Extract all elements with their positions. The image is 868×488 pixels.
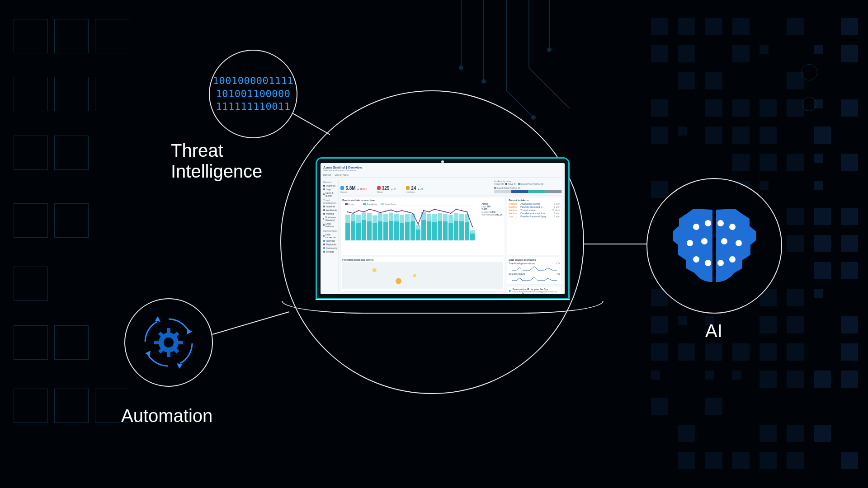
svg-rect-49 (378, 221, 382, 240)
laptop-base (282, 301, 604, 314)
svg-rect-55 (394, 221, 399, 240)
svg-rect-84 (470, 230, 475, 234)
kpi-events: 5.8M ▲ 589.9K Events (340, 186, 367, 193)
svg-rect-113 (381, 203, 384, 205)
sidebar-item[interactable]: Analytics (323, 239, 337, 242)
svg-rect-66 (421, 212, 426, 220)
incidents-icon (406, 186, 410, 190)
kpi-alerts: 325 ▲ 54 Alerts (377, 186, 396, 193)
sidebar-item[interactable]: Settings (323, 250, 337, 253)
incident-row[interactable]: LowPotential Password Spray1 alert (509, 215, 560, 218)
svg-point-1 (482, 80, 486, 83)
svg-point-93 (391, 209, 392, 211)
svg-point-97 (412, 213, 414, 214)
svg-rect-77 (454, 221, 458, 241)
svg-text:Events: Events (349, 203, 354, 205)
events-chart-panel: Events and alerts over time EventsAzureA… (340, 197, 505, 255)
toolbar: Refresh Last 24 hours (323, 174, 562, 178)
svg-rect-63 (416, 230, 420, 240)
svg-rect-70 (432, 214, 437, 222)
anomaly-row: ThreatIntelligenceIndicator1.7K (509, 262, 560, 272)
svg-point-107 (467, 211, 468, 213)
sidebar-item[interactable]: News & guides (323, 192, 337, 197)
svg-point-85 (347, 211, 349, 213)
sidebar: GeneralOverviewLogsNews & guidesThreat m… (323, 179, 339, 292)
ai-label: AI (705, 321, 722, 341)
svg-rect-109 (345, 203, 348, 205)
sidebar-item[interactable]: Notebooks (Preview) (323, 216, 337, 221)
incident-row[interactable]: MediumCorrelation of suspicious1 alert (509, 212, 560, 215)
page-title: Azure Sentinel | Overview (323, 166, 562, 169)
svg-rect-52 (383, 214, 388, 222)
page-subtitle: Selected workspace: contoso-soc (323, 169, 562, 172)
incident-row[interactable]: MediumAnomalous network1 alert (509, 202, 560, 205)
toolbar-refresh[interactable]: Refresh (323, 174, 331, 176)
svg-line-4 (292, 113, 330, 135)
svg-point-100 (429, 211, 430, 213)
sidebar-item[interactable]: Hunting (323, 212, 337, 215)
sidebar-item[interactable]: Entity behavior (323, 222, 337, 228)
svg-rect-83 (470, 234, 475, 240)
svg-rect-56 (394, 214, 399, 222)
threat-intelligence-node: 1001000001111 101001100000 111111110011 (209, 50, 297, 138)
svg-rect-41 (356, 223, 361, 240)
sidebar-group: Configuration (323, 230, 337, 232)
events-icon (340, 186, 344, 190)
incident-row[interactable]: MediumTrusted source18 alerts (509, 209, 560, 211)
sidebar-item[interactable]: Overview (323, 184, 337, 187)
svg-rect-74 (443, 214, 448, 222)
sidebar-item[interactable]: Playbooks (323, 243, 337, 246)
svg-point-86 (353, 213, 354, 214)
anomaly-row: SecurityIncident473 (509, 272, 560, 283)
svg-marker-7 (187, 329, 192, 334)
svg-rect-37 (345, 223, 350, 240)
svg-rect-51 (383, 222, 388, 241)
svg-point-12 (164, 338, 174, 347)
sidebar-item[interactable]: Workbooks (323, 209, 337, 211)
svg-rect-65 (421, 220, 426, 240)
promo-panel: Democratize ML for your SecOps Unlock th… (507, 286, 562, 294)
sidebar-item[interactable]: Incidents (323, 205, 337, 208)
sidebar-item[interactable]: Data connectors (323, 233, 337, 239)
svg-point-101 (434, 209, 435, 210)
svg-point-94 (396, 211, 397, 213)
svg-rect-62 (410, 214, 415, 222)
incident-row[interactable]: MediumPotential attempted b...1 alert (509, 206, 560, 208)
svg-point-29 (736, 240, 742, 246)
sidebar-item[interactable]: Logs (323, 188, 337, 191)
events-chart: EventsAzureActivitySecurityEvent (342, 202, 478, 243)
svg-point-21 (693, 224, 699, 230)
svg-rect-47 (373, 223, 377, 240)
sidebar-item[interactable]: Community (323, 247, 337, 249)
svg-rect-67 (427, 221, 431, 240)
svg-point-98 (418, 224, 419, 225)
svg-rect-68 (427, 214, 431, 222)
svg-point-88 (363, 211, 365, 213)
world-map (342, 262, 503, 289)
threat-intelligence-label: Threat Intelligence (171, 140, 262, 182)
svg-point-87 (358, 210, 359, 211)
svg-rect-14 (167, 352, 170, 357)
svg-rect-73 (443, 221, 448, 240)
svg-point-23 (687, 240, 693, 246)
anomalies-panel: Data source anomalies ThreatIntelligence… (507, 257, 562, 285)
incident-status: Incidents by status New (4)Active (5)Clo… (494, 180, 562, 193)
svg-rect-42 (356, 215, 361, 223)
svg-rect-60 (405, 214, 410, 222)
map-panel: Potential malicious events (340, 257, 505, 292)
laptop: Azure Sentinel | Overview Selected works… (282, 157, 604, 314)
svg-rect-79 (459, 221, 464, 240)
shield-icon (509, 288, 511, 294)
svg-rect-58 (400, 215, 404, 223)
ai-node (646, 178, 782, 314)
svg-point-103 (445, 211, 446, 213)
svg-point-90 (374, 210, 376, 211)
svg-point-91 (380, 212, 381, 213)
gear-rotate-icon (137, 311, 200, 374)
automation-label: Automation (121, 406, 212, 426)
svg-point-30 (721, 238, 727, 244)
svg-point-95 (401, 210, 403, 211)
recent-incidents-panel: Recent incidents MediumAnomalous network… (507, 197, 562, 255)
svg-rect-80 (459, 214, 464, 222)
toolbar-timerange[interactable]: Last 24 hours (335, 174, 349, 176)
